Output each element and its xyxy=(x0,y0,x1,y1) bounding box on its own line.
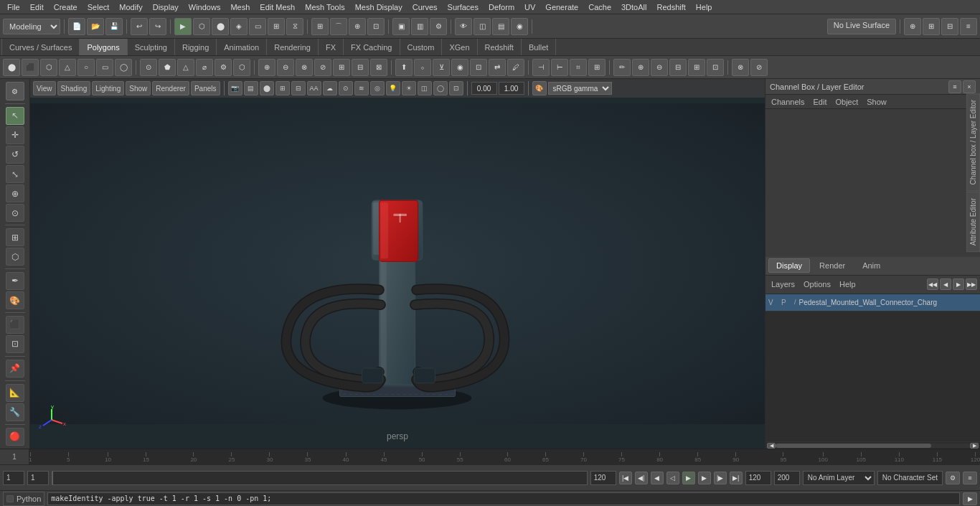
frame-end-range-input[interactable] xyxy=(745,471,771,485)
menu-help[interactable]: Help xyxy=(692,2,717,12)
vp-isolate-btn[interactable]: ◯ xyxy=(433,81,448,95)
more-tools-button[interactable]: ⊗ xyxy=(732,59,749,76)
poly-cone-button[interactable]: △ xyxy=(59,59,76,76)
layer-scrollbar[interactable]: ◀ ▶ xyxy=(765,441,980,449)
vp-ao-btn[interactable]: ⊙ xyxy=(339,81,353,95)
menu-select[interactable]: Select xyxy=(83,2,114,12)
smooth2-button[interactable]: ◉ xyxy=(451,59,468,76)
tab-custom[interactable]: Custom xyxy=(400,39,443,55)
separate-button[interactable]: ⊖ xyxy=(277,59,294,76)
wireframe-button[interactable]: ▤ xyxy=(492,18,509,35)
grid-button[interactable]: ⊟ xyxy=(941,18,958,35)
step-back-key-button[interactable]: ◀| xyxy=(635,472,648,484)
shading-menu-button[interactable]: Shading xyxy=(57,81,91,95)
snap-toggle-button[interactable]: ⊞ xyxy=(268,18,285,35)
poly-gear-button[interactable]: ⚙ xyxy=(215,59,232,76)
color-space-dropdown[interactable]: sRGB gamma xyxy=(548,82,612,95)
menu-uv[interactable]: UV xyxy=(520,2,540,12)
layers-tab-layers[interactable]: Layers xyxy=(768,278,798,290)
tab-bullet[interactable]: Bullet xyxy=(522,39,557,55)
redo-button[interactable]: ↪ xyxy=(149,18,166,35)
tab-sculpting[interactable]: Sculpting xyxy=(128,39,175,55)
fill-button[interactable]: ⊘ xyxy=(314,59,331,76)
anim-preferences-button[interactable]: ⚙ xyxy=(946,472,960,484)
insert-edge-loop-button[interactable]: ⊟ xyxy=(669,59,687,76)
scroll-right-button[interactable]: ▶ xyxy=(970,443,979,449)
vp-smooth-btn[interactable]: ⬤ xyxy=(260,81,274,95)
tab-curves-surfaces[interactable]: Curves / Surfaces xyxy=(1,39,80,55)
cb-tab-show[interactable]: Show xyxy=(864,96,890,108)
poly-platonic-button[interactable]: ⬡ xyxy=(233,59,250,76)
vp-resolution-btn[interactable]: ⊡ xyxy=(449,81,463,95)
menu-mesh[interactable]: Mesh xyxy=(226,2,254,12)
renderer-menu-button[interactable]: Renderer xyxy=(152,81,189,95)
poly-helix-button[interactable]: ⌀ xyxy=(196,59,213,76)
step-back-button[interactable]: ◀ xyxy=(651,472,664,484)
sculpt-tool[interactable]: ✒ xyxy=(6,272,24,290)
snap-curve-button[interactable]: ⌒ xyxy=(330,18,347,35)
menu-windows[interactable]: Windows xyxy=(184,2,225,12)
bridge-button[interactable]: ⬦ xyxy=(414,59,431,76)
retopo-button[interactable]: ⊠ xyxy=(370,59,387,76)
workspace-dropdown[interactable]: Modeling xyxy=(3,19,60,34)
scroll-left-button[interactable]: ◀ xyxy=(767,443,776,449)
conform-button[interactable]: ⊗ xyxy=(296,59,313,76)
booleans-button[interactable]: ⊻ xyxy=(433,59,450,76)
quad-draw-tool[interactable]: ⊡ xyxy=(6,335,24,353)
vp-xray-btn[interactable]: ◫ xyxy=(418,81,432,95)
offset-edge-button[interactable]: ⊞ xyxy=(688,59,705,76)
poly-pyramid-button[interactable]: △ xyxy=(177,59,194,76)
show-menu-button[interactable]: Show xyxy=(126,81,151,95)
reduce-button[interactable]: ⊞ xyxy=(333,59,350,76)
view-menu-button[interactable]: View xyxy=(33,81,56,95)
edge-tab-attribute-editor[interactable]: Attribute Editor xyxy=(966,192,980,252)
vp-light-btn[interactable]: 💡 xyxy=(386,81,400,95)
smooth-button[interactable]: ◉ xyxy=(511,18,528,35)
play-back-button[interactable]: ◁ xyxy=(666,472,679,484)
frame-current-input[interactable] xyxy=(27,471,49,485)
render-settings-button[interactable]: ⚙ xyxy=(430,18,447,35)
timeline-progress[interactable] xyxy=(52,471,588,485)
edge-tab-channel-box[interactable]: Channel box / Layer Editor xyxy=(966,93,980,191)
poly-pipe-button[interactable]: ⊙ xyxy=(140,59,157,76)
disp-tab-render[interactable]: Render xyxy=(811,258,853,273)
vp-ibl-btn[interactable]: ☀ xyxy=(402,81,416,95)
viewport[interactable]: View Shading Lighting Show Renderer Pane… xyxy=(30,79,765,449)
paint-vertex-tool[interactable]: 🎨 xyxy=(6,291,24,309)
measure-tool[interactable]: 📐 xyxy=(6,384,24,402)
sym2-button[interactable]: ⊢ xyxy=(551,59,568,76)
tab-xgen[interactable]: XGen xyxy=(442,39,477,55)
menu-file[interactable]: File xyxy=(3,2,24,12)
layer-end-button[interactable]: ▶▶ xyxy=(966,278,977,290)
create-poly-tool[interactable]: ⬛ xyxy=(6,316,24,334)
remesh-button[interactable]: ⊟ xyxy=(352,59,369,76)
select-tool[interactable]: ↖ xyxy=(6,107,24,125)
disp-tab-anim[interactable]: Anim xyxy=(854,258,888,273)
menu-create[interactable]: Create xyxy=(50,2,82,12)
annotate-tool[interactable]: 📌 xyxy=(6,360,24,378)
attach-button[interactable]: ⊕ xyxy=(632,59,649,76)
go-to-start-button[interactable]: |◀ xyxy=(619,472,632,484)
lasso-tool[interactable]: ⬡ xyxy=(6,248,24,266)
channel-box-close-button[interactable]: × xyxy=(963,80,976,93)
rect-select-button[interactable]: ▭ xyxy=(249,18,266,35)
poly-cube-button[interactable]: ⬛ xyxy=(22,59,39,76)
snap-grid-button[interactable]: ⊞ xyxy=(311,18,329,35)
tab-fx-caching[interactable]: FX Caching xyxy=(344,39,400,55)
anim-extra-button[interactable]: ≡ xyxy=(963,472,977,484)
play-forward-button[interactable]: ▶ xyxy=(682,472,695,484)
tab-rigging[interactable]: Rigging xyxy=(175,39,217,55)
snap-surface-button[interactable]: ⊡ xyxy=(367,18,385,35)
menu-modify[interactable]: Modify xyxy=(115,2,146,12)
camera-angle-input[interactable] xyxy=(471,82,497,95)
scale-tool[interactable]: ⤡ xyxy=(6,165,24,183)
tab-animation[interactable]: Animation xyxy=(217,39,267,55)
snap-point-button[interactable]: ⊕ xyxy=(349,18,366,35)
vp-hud-btn[interactable]: ⊟ xyxy=(291,81,306,95)
camera-icon[interactable]: 📷 xyxy=(228,81,242,95)
extrude-button[interactable]: ⬆ xyxy=(395,59,413,76)
undo-button[interactable]: ↩ xyxy=(131,18,148,35)
layers-tab-help[interactable]: Help xyxy=(837,278,859,290)
menu-mesh-tools[interactable]: Mesh Tools xyxy=(301,2,349,12)
menu-generate[interactable]: Generate xyxy=(541,2,583,12)
